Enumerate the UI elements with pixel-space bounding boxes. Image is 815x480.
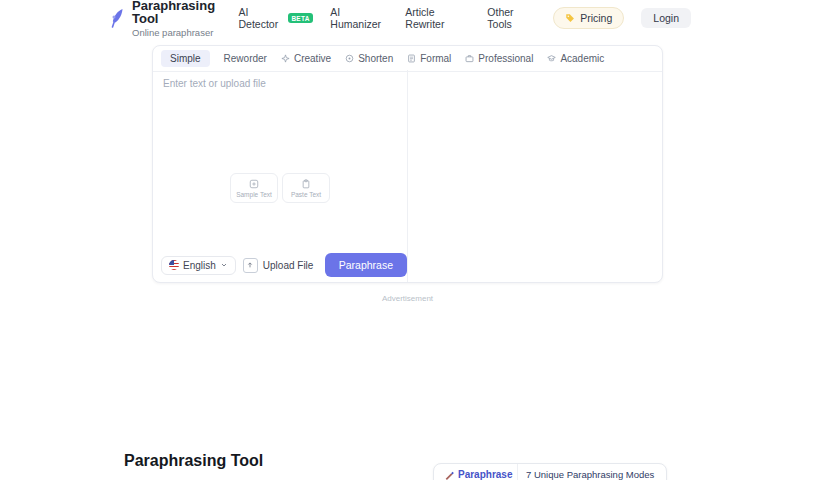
tab-academic[interactable]: Academic <box>547 50 604 67</box>
top-nav: AI Detector BETA AI Humanizer Article Re… <box>238 6 691 30</box>
compress-icon <box>345 54 354 63</box>
header: Paraphrasing Tool Online paraphraser AI … <box>110 0 691 36</box>
document-icon <box>407 54 416 63</box>
pricing-button[interactable]: Pricing <box>553 7 624 29</box>
paraphraser-card: Simple Reworder Creative Shorten <box>152 45 663 283</box>
clipboard-icon <box>301 179 311 189</box>
tab-reworder[interactable]: Reworder <box>224 50 267 67</box>
diamond-icon <box>281 54 290 63</box>
nav-ai-detector[interactable]: AI Detector BETA <box>238 6 313 30</box>
plus-square-icon <box>249 179 259 189</box>
tab-simple[interactable]: Simple <box>161 50 210 67</box>
graduation-cap-icon <box>547 54 556 63</box>
sample-text-button[interactable]: Sample Text <box>230 173 278 203</box>
output-pane <box>408 70 662 282</box>
paraphrasing-tool-page: Paraphrasing Tool Online paraphraser AI … <box>0 0 815 480</box>
nav-other-tools[interactable]: Other Tools <box>487 6 536 30</box>
upload-icon <box>243 258 258 273</box>
login-button[interactable]: Login <box>641 8 691 28</box>
nav-article-rewriter[interactable]: Article Rewriter <box>405 6 470 30</box>
input-pane: Sample Text Paste Text English <box>153 70 407 282</box>
pen-icon <box>444 470 454 480</box>
app-title: Paraphrasing Tool <box>132 0 238 25</box>
page-title: Paraphrasing Tool <box>124 452 263 470</box>
quill-logo-icon <box>110 8 125 28</box>
nav-ai-humanizer[interactable]: AI Humanizer <box>330 6 388 30</box>
advertisement-label: Advertisement <box>152 294 663 303</box>
app-subtitle: Online paraphraser <box>132 27 238 38</box>
language-selector[interactable]: English <box>161 256 236 275</box>
tab-creative[interactable]: Creative <box>281 50 331 67</box>
feature-headline: 7 Unique Paraphrasing Modes <box>518 464 654 480</box>
feature-card: Paraphrase 7 Unique Paraphrasing Modes <box>433 463 667 480</box>
editor-toolbar: English Upload File Paraphrase <box>161 253 407 277</box>
tab-shorten[interactable]: Shorten <box>345 50 393 67</box>
quick-actions: Sample Text Paste Text <box>153 173 407 203</box>
us-flag-icon <box>169 260 179 270</box>
upload-file-button[interactable]: Upload File <box>243 258 314 273</box>
briefcase-icon <box>465 54 474 63</box>
logo[interactable]: Paraphrasing Tool Online paraphraser <box>110 0 238 38</box>
paraphrase-button[interactable]: Paraphrase <box>325 253 407 277</box>
chevron-down-icon <box>220 261 228 269</box>
beta-badge: BETA <box>288 13 313 23</box>
paste-text-button[interactable]: Paste Text <box>282 173 330 203</box>
tag-icon <box>565 13 575 23</box>
tab-formal[interactable]: Formal <box>407 50 451 67</box>
mode-tabbar: Simple Reworder Creative Shorten <box>153 46 662 72</box>
text-input[interactable] <box>163 78 393 148</box>
feature-tab-paraphrase[interactable]: Paraphrase <box>434 464 517 480</box>
tab-professional[interactable]: Professional <box>465 50 533 67</box>
